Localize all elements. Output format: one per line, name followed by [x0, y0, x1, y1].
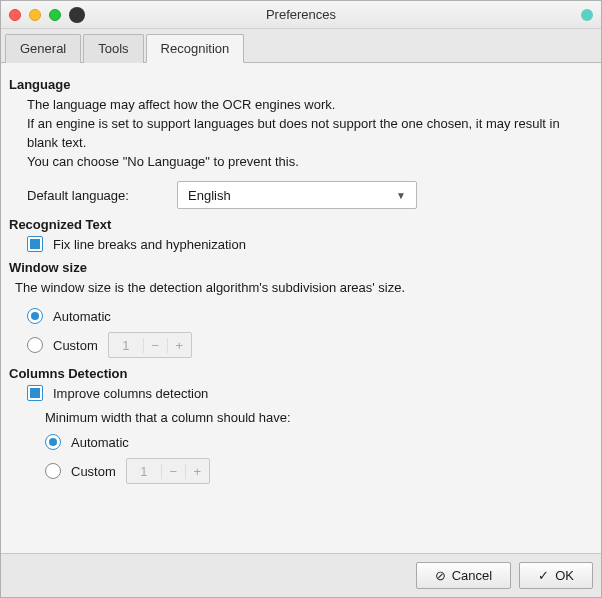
columns-custom-value: 1	[127, 464, 161, 479]
default-language-label: Default language:	[27, 188, 167, 203]
columns-custom-radio[interactable]	[45, 463, 61, 479]
improve-columns-checkbox[interactable]	[27, 385, 43, 401]
minus-icon: −	[161, 464, 185, 479]
window-title: Preferences	[266, 7, 336, 22]
language-desc-1: The language may affect how the OCR engi…	[27, 96, 593, 115]
window-size-custom-radio[interactable]	[27, 337, 43, 353]
check-icon: ✓	[538, 568, 549, 583]
minus-icon: −	[143, 338, 167, 353]
plus-icon: +	[185, 464, 209, 479]
recognized-text-heading: Recognized Text	[9, 217, 593, 232]
columns-detection-group: Columns Detection Improve columns detect…	[9, 366, 593, 484]
window-size-automatic-radio[interactable]	[27, 308, 43, 324]
minimize-icon[interactable]	[29, 9, 41, 21]
default-language-select[interactable]: English ▼	[177, 181, 417, 209]
window-controls	[9, 9, 61, 21]
columns-custom-label: Custom	[71, 464, 116, 479]
window-size-group: Window size The window size is the detec…	[9, 260, 593, 358]
window-size-custom-label: Custom	[53, 338, 98, 353]
cancel-label: Cancel	[452, 568, 492, 583]
columns-custom-stepper: 1 − +	[126, 458, 210, 484]
maximize-icon[interactable]	[49, 9, 61, 21]
fix-line-breaks-label: Fix line breaks and hyphenization	[53, 237, 246, 252]
status-indicator-icon	[581, 9, 593, 21]
ok-label: OK	[555, 568, 574, 583]
columns-automatic-radio[interactable]	[45, 434, 61, 450]
fix-line-breaks-checkbox[interactable]	[27, 236, 43, 252]
tab-bar: General Tools Recognition	[1, 29, 601, 63]
columns-heading: Columns Detection	[9, 366, 593, 381]
language-heading: Language	[9, 77, 593, 92]
language-description: The language may affect how the OCR engi…	[27, 96, 593, 171]
app-icon	[69, 7, 85, 23]
language-desc-2: If an engine is set to support languages…	[27, 115, 593, 153]
language-desc-3: You can choose "No Language" to prevent …	[27, 153, 593, 172]
ok-button[interactable]: ✓ OK	[519, 562, 593, 589]
window-size-custom-value: 1	[109, 338, 143, 353]
chevron-down-icon: ▼	[396, 190, 406, 201]
window-size-heading: Window size	[9, 260, 593, 275]
cancel-icon: ⊘	[435, 568, 446, 583]
tab-recognition[interactable]: Recognition	[146, 34, 245, 63]
close-icon[interactable]	[9, 9, 21, 21]
preferences-window: Preferences General Tools Recognition La…	[0, 0, 602, 598]
tab-content: Language The language may affect how the…	[1, 63, 601, 553]
improve-columns-label: Improve columns detection	[53, 386, 208, 401]
window-size-automatic-label: Automatic	[53, 309, 111, 324]
min-width-label: Minimum width that a column should have:	[45, 409, 593, 428]
plus-icon: +	[167, 338, 191, 353]
tab-general[interactable]: General	[5, 34, 81, 63]
window-size-desc: The window size is the detection algorit…	[15, 279, 593, 298]
titlebar: Preferences	[1, 1, 601, 29]
dialog-footer: ⊘ Cancel ✓ OK	[1, 553, 601, 597]
default-language-value: English	[188, 188, 231, 203]
window-size-custom-stepper: 1 − +	[108, 332, 192, 358]
language-group: Language The language may affect how the…	[9, 77, 593, 209]
recognized-text-group: Recognized Text Fix line breaks and hyph…	[9, 217, 593, 252]
columns-automatic-label: Automatic	[71, 435, 129, 450]
tab-tools[interactable]: Tools	[83, 34, 143, 63]
cancel-button[interactable]: ⊘ Cancel	[416, 562, 511, 589]
